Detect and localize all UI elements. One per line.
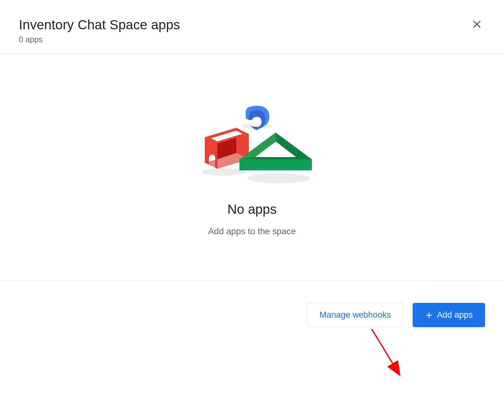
svg-point-2 <box>247 173 310 183</box>
dialog-footer: Manage webhooks Add apps <box>0 281 504 327</box>
svg-point-3 <box>202 168 246 176</box>
empty-state-title: No apps <box>227 202 277 217</box>
annotation-arrow <box>367 326 408 383</box>
manage-webhooks-label: Manage webhooks <box>319 310 391 320</box>
empty-state-subtitle: Add apps to the space <box>208 226 296 236</box>
empty-state: No apps Add apps to the space <box>0 54 504 281</box>
add-apps-button[interactable]: Add apps <box>413 303 485 327</box>
svg-point-5 <box>252 118 261 125</box>
dialog-subtitle: 0 apps <box>19 35 180 44</box>
plus-icon <box>425 311 433 319</box>
dialog-header: Inventory Chat Space apps 0 apps <box>0 0 504 54</box>
header-text-group: Inventory Chat Space apps 0 apps <box>19 17 180 44</box>
manage-webhooks-button[interactable]: Manage webhooks <box>307 303 403 327</box>
dialog-title: Inventory Chat Space apps <box>19 17 180 32</box>
add-apps-label: Add apps <box>437 310 473 320</box>
svg-line-9 <box>372 329 398 373</box>
empty-state-illustration <box>187 104 317 186</box>
close-button[interactable] <box>469 16 485 33</box>
close-icon <box>471 19 483 30</box>
